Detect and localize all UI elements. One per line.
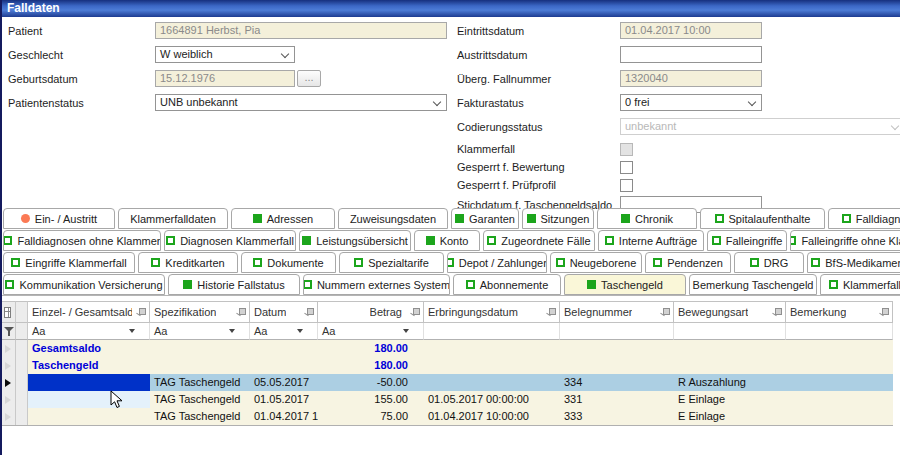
tab-kreditkarten[interactable]: Kreditkarten (138, 252, 238, 273)
eintrittsdatum-field[interactable]: 01.04.2017 10:00 (620, 22, 762, 39)
tab-bfs-medikamente[interactable]: BfS-Medikamente (807, 252, 900, 273)
cell-belegnummer[interactable]: 334 (560, 374, 674, 391)
cell-einzel-gesamtsaldo[interactable] (28, 374, 150, 391)
cell-bemerkung[interactable] (786, 374, 893, 391)
tab-drg[interactable]: DRG (734, 252, 804, 273)
pin-icon[interactable] (136, 307, 145, 317)
tab-spezialtarife[interactable]: Spezialtarife (339, 252, 444, 273)
pin-icon[interactable] (660, 307, 669, 317)
column-header-belegnummer[interactable]: Belegnummer (560, 301, 674, 323)
column-header-erbringungsdatum[interactable]: Erbringungsdatum (424, 301, 560, 323)
cell-bewegungsart[interactable] (674, 357, 786, 374)
cell-spezifikation[interactable] (150, 357, 250, 374)
patientenstatus-select[interactable]: UNB unbekannt (155, 94, 447, 111)
table-row[interactable]: Gesamtsaldo180.00 (0, 340, 900, 357)
cell-erbringungsdatum[interactable]: 01.05.2017 00:00:00 (424, 391, 560, 408)
cell-bewegungsart[interactable]: R Auszahlung (674, 374, 786, 391)
column-header-einzel-gesamtsaldo[interactable]: Einzel- / Gesamtsaldo (28, 301, 150, 323)
cell-betrag[interactable]: 180.00 (318, 340, 424, 357)
tab-falldiagnosen[interactable]: Falldiagnosen (828, 208, 900, 229)
cell-bemerkung[interactable] (786, 408, 893, 425)
cell-bewegungsart[interactable]: E Einlage (674, 391, 786, 408)
tab-interne-aufträge[interactable]: Interne Aufträge (598, 230, 704, 251)
table-row[interactable]: TAG Taschengeld05.05.2017-50.00334R Ausz… (0, 374, 900, 391)
tab-depot-zahlungen[interactable]: Depot / Zahlungen (447, 252, 547, 273)
cell-spezifikation[interactable]: TAG Taschengeld (150, 374, 250, 391)
tab-zugeordnete-fälle[interactable]: Zugeordnete Fälle (483, 230, 595, 251)
cell-bewegungsart[interactable] (674, 340, 786, 357)
cell-spezifikation[interactable]: TAG Taschengeld (150, 408, 250, 425)
cell-datum[interactable]: 01.04.2017 10: (250, 408, 318, 425)
select-all-cell[interactable] (0, 301, 16, 323)
column-header-datum[interactable]: Datum (250, 301, 318, 323)
tab-diagnosen-klammerfall[interactable]: Diagnosen Klammerfall (164, 230, 296, 251)
cell-bewegungsart[interactable]: E Einlage (674, 408, 786, 425)
tab-neugeborene[interactable]: Neugeborene (550, 252, 642, 273)
cell-einzel-gesamtsaldo[interactable] (28, 408, 150, 425)
cell-betrag[interactable]: 180.00 (318, 357, 424, 374)
cell-bemerkung[interactable] (786, 391, 893, 408)
column-header-betrag[interactable]: Betrag (318, 301, 424, 323)
tab-spitalaufenthalte[interactable]: Spitalaufenthalte (700, 208, 825, 229)
cell-erbringungsdatum[interactable]: 01.04.2017 10:00:00 (424, 408, 560, 425)
filter-icon-cell[interactable] (0, 323, 16, 340)
tab-taschengeld[interactable]: Taschengeld (564, 274, 686, 295)
tab-kommunikation-versicherung[interactable]: Kommunikation Versicherung (3, 274, 165, 295)
cell-einzel-gesamtsaldo[interactable]: Gesamtsaldo (28, 340, 150, 357)
cell-einzel-gesamtsaldo[interactable]: Taschengeld (28, 357, 150, 374)
dropdown-caret-icon[interactable] (229, 329, 235, 333)
pin-icon[interactable] (236, 307, 245, 317)
cell-belegnummer[interactable]: 331 (560, 391, 674, 408)
cell-datum[interactable] (250, 357, 318, 374)
tab-historie-fallstatus[interactable]: Historie Fallstatus (168, 274, 300, 295)
tab-konto[interactable]: Konto (414, 230, 480, 251)
gesperrt-pruefprofil-checkbox[interactable] (620, 179, 633, 192)
dropdown-caret-icon[interactable] (403, 329, 409, 333)
tab-chronik[interactable]: Chronik (597, 208, 697, 229)
tab-zuweisungsdaten[interactable]: Zuweisungsdaten (338, 208, 448, 229)
tab-sitzungen[interactable]: Sitzungen (522, 208, 594, 229)
pin-icon[interactable] (304, 307, 313, 317)
table-row[interactable]: TAG Taschengeld01.05.2017155.0001.05.201… (0, 391, 900, 408)
cell-erbringungsdatum[interactable] (424, 374, 560, 391)
tab-falleingriffe-ohne-klammer[interactable]: Falleingriffe ohne Klammer (790, 230, 900, 251)
cell-belegnummer[interactable] (560, 340, 674, 357)
pin-icon[interactable] (879, 307, 888, 317)
cell-datum[interactable]: 01.05.2017 (250, 391, 318, 408)
column-header-bewegungsart[interactable]: Bewegungsart (674, 301, 786, 323)
tab-falleingriffe[interactable]: Falleingriffe (707, 230, 787, 251)
cell-bemerkung[interactable] (786, 340, 893, 357)
tab-bemerkung-taschengeld[interactable]: Bemerkung Taschengeld (689, 274, 817, 295)
tab-leistungsübersicht[interactable]: Leistungsübersicht (299, 230, 411, 251)
dropdown-caret-icon[interactable] (129, 329, 135, 333)
tab-falldiagnosen-ohne-klammer[interactable]: Falldiagnosen ohne Klammer (3, 230, 161, 251)
cell-betrag[interactable]: 75.00 (318, 408, 424, 425)
cell-datum[interactable]: 05.05.2017 (250, 374, 318, 391)
geburtsdatum-browse-button[interactable]: ... (297, 70, 321, 87)
tab-nummern-externes-system[interactable]: Nummern externes System (303, 274, 450, 295)
cell-spezifikation[interactable] (150, 340, 250, 357)
cell-datum[interactable] (250, 340, 318, 357)
pin-icon[interactable] (410, 307, 419, 317)
geburtsdatum-field[interactable]: 15.12.1976 (155, 70, 295, 87)
tab-eingriffe-klammerfall[interactable]: Eingriffe Klammerfall (3, 252, 135, 273)
tab-abonnemente[interactable]: Abonnemente (453, 274, 561, 295)
fakturastatus-select[interactable]: 0 frei (620, 94, 762, 111)
tab-pendenzen[interactable]: Pendenzen (645, 252, 731, 273)
tab-klammerfall[interactable]: Klammerfall (820, 274, 900, 295)
cell-belegnummer[interactable]: 333 (560, 408, 674, 425)
table-row[interactable]: Taschengeld180.00 (0, 357, 900, 374)
cell-einzel-gesamtsaldo[interactable] (28, 391, 150, 408)
table-row[interactable]: TAG Taschengeld01.04.2017 10:75.0001.04.… (0, 408, 900, 425)
filter-cell-betrag[interactable]: Aa (318, 323, 424, 340)
pin-icon[interactable] (546, 307, 555, 317)
cell-bemerkung[interactable] (786, 357, 893, 374)
tab-garanten[interactable]: Garanten (451, 208, 519, 229)
cell-erbringungsdatum[interactable] (424, 357, 560, 374)
cell-betrag[interactable]: 155.00 (318, 391, 424, 408)
tab-adressen[interactable]: Adressen (231, 208, 335, 229)
pin-icon[interactable] (772, 307, 781, 317)
column-header-spezifikation[interactable]: Spezifikation (150, 301, 250, 323)
geschlecht-select[interactable]: W weiblich (155, 46, 295, 63)
fallnummer-field[interactable]: 1320040 (620, 70, 762, 87)
